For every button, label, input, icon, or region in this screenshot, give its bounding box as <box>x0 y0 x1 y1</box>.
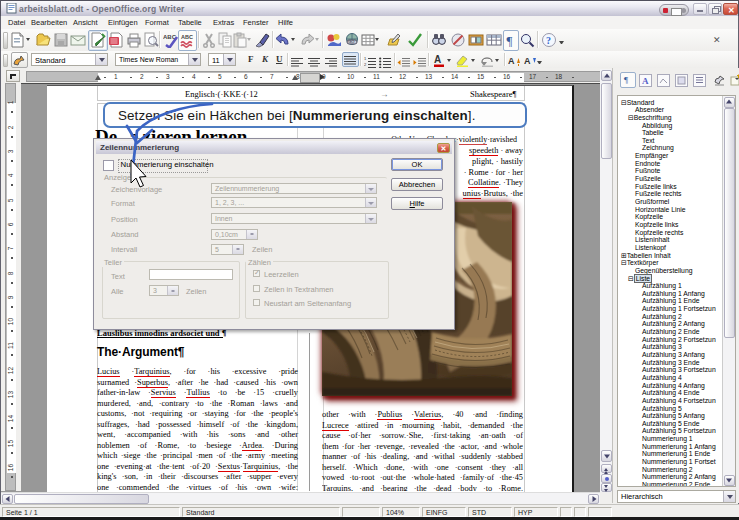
svg-text:ABC: ABC <box>181 34 193 40</box>
svg-text:2: 2 <box>364 62 367 67</box>
svg-text:¶: ¶ <box>624 75 628 85</box>
svg-text:A: A <box>508 56 515 66</box>
svg-text:A: A <box>642 76 649 86</box>
svg-text:?: ? <box>546 35 551 46</box>
svg-text:A: A <box>524 56 531 66</box>
svg-text:1: 1 <box>364 57 367 61</box>
svg-text:GO: GO <box>348 39 354 44</box>
svg-text:¶: ¶ <box>507 33 513 48</box>
svg-text:A: A <box>434 54 441 65</box>
